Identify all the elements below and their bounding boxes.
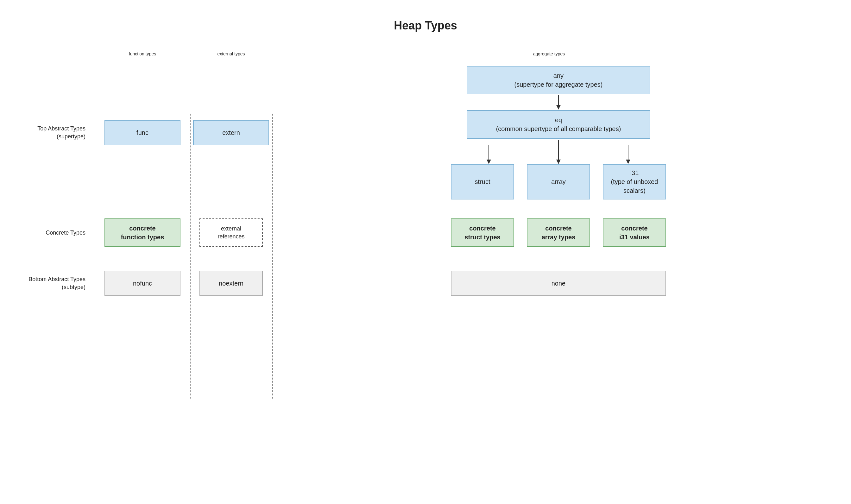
box-concrete-struct: concretestruct types	[451, 218, 514, 247]
label-top: Top Abstract Types (supertype)	[25, 125, 95, 141]
box-noextern: noextern	[199, 271, 263, 296]
svg-marker-7	[556, 160, 561, 164]
diagram-wrapper: Heap Types function types external types…	[0, 0, 851, 504]
box-extern: extern	[193, 120, 269, 145]
box-struct: struct	[451, 164, 514, 199]
box-i31: i31(type of unboxed scalars)	[603, 164, 666, 199]
svg-marker-5	[487, 160, 491, 164]
box-nofunc: nofunc	[105, 271, 180, 296]
box-func: func	[105, 120, 180, 145]
box-concrete-func: concretefunction types	[105, 218, 180, 247]
diagram-title: Heap Types	[394, 19, 457, 32]
col-header-ext: external types	[190, 51, 272, 56]
col-header-func: function types	[95, 51, 190, 56]
arrow-any-to-eq	[554, 94, 563, 110]
box-ext-ref: externalreferences	[199, 218, 263, 247]
label-concrete: Concrete Types	[25, 230, 95, 236]
svg-marker-10	[626, 160, 630, 164]
box-concrete-i31: concretei31 values	[603, 218, 666, 247]
box-none: none	[451, 271, 666, 296]
svg-marker-1	[556, 105, 561, 110]
label-bottom: Bottom Abstract Types (subtype)	[25, 275, 95, 291]
box-any: any(supertype for aggregate types)	[467, 66, 650, 94]
box-array: array	[527, 164, 590, 199]
col-header-agg: aggregate types	[272, 51, 826, 56]
box-eq: eq(common supertype of all comparable ty…	[467, 110, 650, 139]
box-concrete-array: concretearray types	[527, 218, 590, 247]
arrows-eq-to-children	[448, 139, 669, 167]
